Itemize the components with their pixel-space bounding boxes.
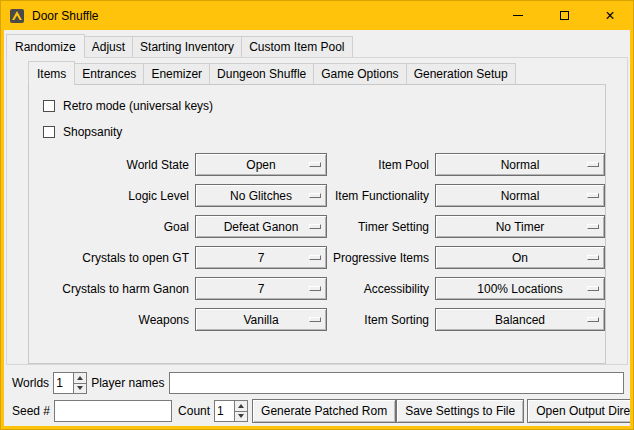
tab-randomize[interactable]: Randomize [6,34,85,58]
crystals-gt-dropdown[interactable]: 7 [195,246,327,269]
arrow-up-icon [238,404,244,408]
logic-level-dropdown[interactable]: No Glitches [195,184,327,207]
retro-mode-checkbox[interactable]: Retro mode (universal keys) [43,93,595,119]
shopsanity-checkbox[interactable]: Shopsanity [43,119,595,145]
world-state-dropdown[interactable]: Open [195,153,327,176]
accessibility-value: 100% Locations [477,282,562,296]
save-settings-button[interactable]: Save Settings to File [396,399,524,423]
crystals-ganon-label: Crystals to harm Ganon [39,282,189,296]
count-spin-buttons [234,401,247,421]
count-spinner[interactable] [214,400,248,422]
dropdown-indicator-icon [587,317,599,322]
item-sorting-value: Balanced [495,313,545,327]
progressive-items-value: On [512,251,528,265]
options-grid: World State Open Item Pool Normal Logic … [39,153,595,331]
inner-tab-bar: Items Entrances Enemizer Dungeon Shuffle… [7,58,627,84]
item-pool-label: Item Pool [333,158,429,172]
dropdown-indicator-icon [309,162,321,167]
crystals-ganon-value: 7 [258,282,265,296]
minimize-button[interactable] [495,1,541,30]
spin-up-button[interactable] [235,401,247,411]
weapons-label: Weapons [39,313,189,327]
close-icon: × [605,8,614,24]
worlds-input[interactable] [54,373,73,393]
progressive-items-dropdown[interactable]: On [435,246,605,269]
world-state-label: World State [39,158,189,172]
worlds-label: Worlds [12,376,49,390]
seed-label: Seed # [12,404,50,418]
player-names-label: Player names [91,376,164,390]
dropdown-indicator-icon [309,286,321,291]
tab-enemizer[interactable]: Enemizer [143,63,210,84]
count-label: Count [178,404,210,418]
accessibility-label: Accessibility [333,282,429,296]
spin-up-button[interactable] [74,373,86,383]
goal-label: Goal [39,220,189,234]
world-state-value: Open [246,158,275,172]
progressive-items-label: Progressive Items [333,251,429,265]
dropdown-indicator-icon [587,224,599,229]
crystals-gt-label: Crystals to open GT [39,251,189,265]
checkbox-icon [43,100,55,112]
checkbox-icon [43,126,55,138]
generate-patched-rom-button[interactable]: Generate Patched Rom [252,399,396,423]
outer-tab-bar: Randomize Adjust Starting Inventory Cust… [4,30,630,57]
timer-setting-dropdown[interactable]: No Timer [435,215,605,238]
dropdown-indicator-icon [309,255,321,260]
tab-game-options[interactable]: Game Options [313,63,406,84]
titlebar: Door Shuffle × [1,1,633,30]
tab-items[interactable]: Items [28,61,75,85]
randomize-pane: Items Entrances Enemizer Dungeon Shuffle… [6,57,628,365]
timer-setting-value: No Timer [496,220,545,234]
goal-dropdown[interactable]: Defeat Ganon [195,215,327,238]
dropdown-indicator-icon [587,286,599,291]
tab-dungeon-shuffle[interactable]: Dungeon Shuffle [209,63,314,84]
tab-starting-inventory[interactable]: Starting Inventory [132,36,242,57]
worlds-spinner[interactable] [53,372,87,394]
dropdown-indicator-icon [587,193,599,198]
tab-generation-setup[interactable]: Generation Setup [406,63,516,84]
dropdown-indicator-icon [309,224,321,229]
tab-adjust[interactable]: Adjust [84,36,133,57]
window: Door Shuffle × Randomize Adjust Starting… [0,0,634,430]
item-pool-dropdown[interactable]: Normal [435,153,605,176]
bottom-controls: Worlds Player names Seed # Count [4,365,630,426]
crystals-ganon-dropdown[interactable]: 7 [195,277,327,300]
app-icon [9,8,25,24]
tab-entrances[interactable]: Entrances [74,63,144,84]
window-title: Door Shuffle [32,9,99,23]
worlds-spin-buttons [73,373,86,393]
logic-level-value: No Glitches [230,189,292,203]
spin-down-button[interactable] [74,383,86,394]
arrow-down-icon [77,386,83,390]
item-sorting-dropdown[interactable]: Balanced [435,308,605,331]
retro-mode-label: Retro mode (universal keys) [63,99,213,113]
timer-setting-label: Timer Setting [333,220,429,234]
count-input[interactable] [215,401,234,421]
spin-down-button[interactable] [235,411,247,422]
item-sorting-label: Item Sorting [333,313,429,327]
weapons-dropdown[interactable]: Vanilla [195,308,327,331]
dropdown-indicator-icon [309,317,321,322]
arrow-down-icon [238,414,244,418]
close-button[interactable]: × [587,1,633,30]
accessibility-dropdown[interactable]: 100% Locations [435,277,605,300]
tab-custom-item-pool[interactable]: Custom Item Pool [241,36,352,57]
item-functionality-value: Normal [501,189,540,203]
arrow-up-icon [77,376,83,380]
maximize-icon [560,11,569,20]
item-functionality-label: Item Functionality [333,189,429,203]
minimize-icon [513,15,523,16]
maximize-button[interactable] [541,1,587,30]
seed-input[interactable] [54,400,172,422]
player-names-input[interactable] [169,372,625,394]
dropdown-indicator-icon [587,162,599,167]
open-output-directory-button[interactable]: Open Output Directory [527,399,630,423]
item-functionality-dropdown[interactable]: Normal [435,184,605,207]
item-pool-value: Normal [501,158,540,172]
items-pane: Retro mode (universal keys) Shopsanity W… [28,84,606,364]
worlds-row: Worlds Player names [8,372,626,394]
crystals-gt-value: 7 [258,251,265,265]
dropdown-indicator-icon [309,193,321,198]
shopsanity-label: Shopsanity [63,125,122,139]
